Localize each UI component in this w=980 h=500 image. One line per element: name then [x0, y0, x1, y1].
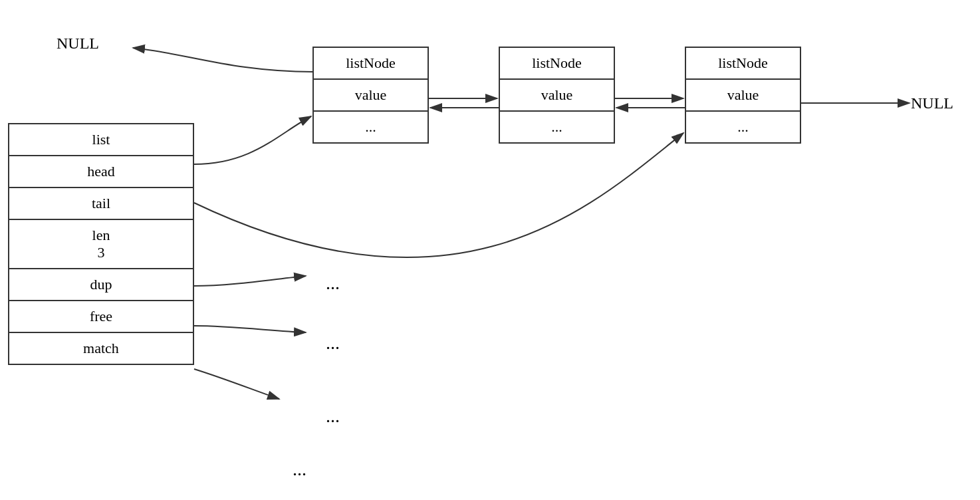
node1-title: listNode [314, 48, 428, 80]
node2-value: value [500, 80, 614, 112]
list-struct-tail: tail [9, 188, 193, 220]
list-node-3: listNode value ... [685, 47, 801, 144]
node2-title: listNode [500, 48, 614, 80]
node2-dots: ... [500, 112, 614, 142]
node3-title: listNode [686, 48, 800, 80]
free-ellipsis: ... [326, 332, 340, 354]
node1-dots: ... [314, 112, 428, 142]
list-struct-title: list [9, 124, 193, 156]
null-right-label: NULL [911, 94, 953, 112]
node1-value: value [314, 80, 428, 112]
list-struct-free: free [9, 301, 193, 333]
node3-dots: ... [686, 112, 800, 142]
list-struct-len: len3 [9, 220, 193, 269]
list-struct: list head tail len3 dup free match [8, 123, 194, 365]
list-node-2: listNode value ... [499, 47, 615, 144]
match-ellipsis: ... [326, 406, 340, 427]
dup-ellipsis: ... [326, 273, 340, 294]
bottom-ellipsis: ... [293, 459, 306, 480]
diagram-container: NULL NULL list head tail len3 dup free m… [0, 0, 980, 500]
list-struct-head: head [9, 156, 193, 188]
node3-value: value [686, 80, 800, 112]
list-node-1: listNode value ... [312, 47, 429, 144]
list-struct-match: match [9, 333, 193, 364]
list-struct-dup: dup [9, 269, 193, 301]
null-left-label: NULL [57, 35, 99, 53]
